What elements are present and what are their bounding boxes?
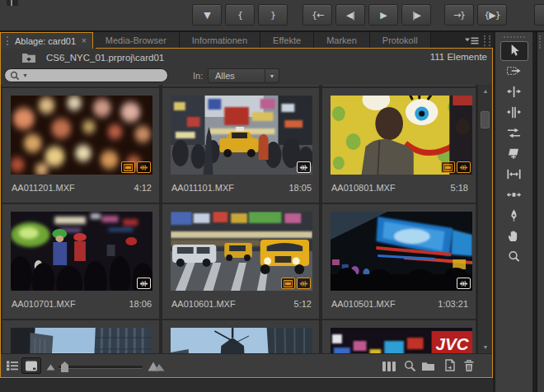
thumbnail-art-sky-spire [171,328,312,353]
clip-grid-viewport: AA011201.MXF 4:12 [1,85,492,353]
clip-cell-AA011201.MXF[interactable]: AA011201.MXF 4:12 [2,88,159,203]
new-bin-icon [421,361,435,371]
razor-tool[interactable] [495,143,532,164]
tab-grip[interactable] [7,36,10,45]
transport-buttons: ▼{}{←◀|▶|▶→}{▶} [192,4,510,26]
clip-thumbnail[interactable] [171,328,312,353]
new-item-button[interactable] [444,359,456,371]
tab-media-browser[interactable]: Media-Browser [93,32,180,49]
slide-tool-icon [505,188,523,202]
clip-cell-jvc-billboards-night[interactable]: JVC [322,320,476,353]
clip-name[interactable]: AA010801.MXF [331,183,396,193]
search-input[interactable] [28,70,167,81]
panel-group-grip[interactable] [484,35,490,46]
slip-tool[interactable] [495,164,532,184]
play-button[interactable]: ▶ [368,4,398,26]
tab-protokoll[interactable]: Protokoll [370,32,431,49]
tools-panel-grip[interactable] [504,36,525,38]
film-badge-icon [284,280,293,287]
automate-to-sequence-button[interactable] [382,361,396,372]
clip-thumbnail[interactable] [331,96,472,175]
mark-out-button[interactable]: } [258,4,288,26]
tab-close-icon[interactable]: × [82,37,87,45]
new-bin-button[interactable] [421,361,435,371]
bin-panel: CS6_NYC_01.prproj\card01 111 Elemente ▼ … [0,49,493,378]
clip-duration: 1:03:21 [438,299,468,309]
step-forward-button[interactable]: |▶ [401,4,431,26]
item-count: 111 Elemente [430,52,487,62]
clip-cell-AA010601.MXF[interactable]: AA010601.MXF 5:12 [162,204,319,319]
step-back-button[interactable]: ◀| [335,4,365,26]
tab-marken[interactable]: Marken [314,32,370,49]
filter-scope-dropdown[interactable]: Alles ▼ [208,68,279,83]
search-box[interactable]: ▼ [4,68,168,82]
scrollbar-thumb[interactable] [481,111,490,128]
clip-thumbnail[interactable]: JVC [331,328,472,353]
tab-informationen[interactable]: Informationen [180,32,260,49]
zoom-tool[interactable] [495,246,532,267]
film-badge [121,161,135,173]
clip-name[interactable]: AA011101.MXF [171,183,234,193]
find-button[interactable] [404,360,416,372]
go-to-out-button[interactable]: →} [444,4,474,26]
track-select-tool-icon [505,64,523,78]
scroll-down-arrow[interactable]: ▼ [479,342,492,352]
thumbnail-zoom-slider[interactable] [59,361,143,372]
parent-folder-icon[interactable] [21,52,36,63]
clip-name[interactable]: AA011201.MXF [12,183,75,193]
tab-label: Ablage: card01 [15,36,76,46]
zoom-in-button[interactable] [148,362,165,371]
panel-menu-icon[interactable] [464,36,479,45]
thumbnail-art-led-billboards [331,212,472,291]
clear-button[interactable] [463,359,475,372]
clip-cell-AA010801.MXF[interactable]: AA010801.MXF 5:18 [322,88,476,203]
clip-name[interactable]: AA010501.MXF [331,299,396,309]
clip-badges [281,278,311,289]
tab-ablage-card01[interactable]: Ablage: card01 × [0,32,93,49]
clip-duration: 18:05 [288,183,312,193]
clip-name[interactable]: AA010701.MXF [12,299,76,309]
audio-badge-icon [139,280,148,287]
clip-cell-AA010501.MXF[interactable]: AA010501.MXF 1:03:21 [322,204,476,319]
selection-tool[interactable] [495,40,532,61]
clip-name[interactable]: AA010601.MXF [171,299,236,309]
tab-effekte[interactable]: Effekte [260,32,314,49]
transport-button-partial[interactable] [534,4,544,26]
rate-stretch-tool[interactable] [495,123,532,143]
clip-cell-sky-spire[interactable] [162,320,319,353]
clip-thumbnail[interactable] [11,328,152,353]
rolling-edit-tool[interactable] [495,102,532,123]
clip-cell-AA010701.MXF[interactable]: AA010701.MXF 18:06 [2,204,159,319]
panel-grip[interactable] [539,35,541,49]
mark-in-button[interactable]: { [225,4,255,26]
add-marker-button[interactable]: ▼ [192,4,222,26]
clip-thumbnail[interactable] [331,212,472,291]
clip-cell-sky-towers[interactable] [2,320,159,353]
clip-cell-AA011101.MXF[interactable]: AA011101.MXF 18:05 [162,88,319,203]
clip-thumbnail[interactable] [171,212,312,291]
film-badge-icon [124,164,133,171]
clip-thumbnail[interactable] [171,96,312,175]
slide-tool[interactable] [495,184,532,205]
clip-thumbnail[interactable] [11,212,152,291]
slider-track[interactable] [59,366,143,368]
pen-tool[interactable] [495,205,532,226]
go-to-in-button[interactable]: {← [302,4,332,26]
vertical-scrollbar[interactable]: ▲ ▼ [477,85,492,353]
clip-thumbnail[interactable] [11,96,152,175]
track-select-tool[interactable] [495,61,532,82]
icon-view-icon [25,361,38,371]
clip-grid: AA011201.MXF 4:12 [2,88,476,353]
ripple-edit-tool[interactable] [495,82,532,102]
hand-tool[interactable] [495,226,532,246]
slider-thumb[interactable] [61,362,68,372]
scroll-up-arrow[interactable]: ▲ [479,86,492,96]
list-view-button[interactable] [6,360,19,371]
search-options-caret[interactable]: ▼ [22,72,28,78]
tools-panel-list [495,40,532,267]
rate-stretch-tool-icon [505,126,523,140]
zoom-out-button[interactable] [46,364,55,371]
play-in-to-out-button[interactable]: {▶} [477,4,507,26]
icon-view-button[interactable] [21,357,41,374]
panel-gap-below [0,379,493,392]
